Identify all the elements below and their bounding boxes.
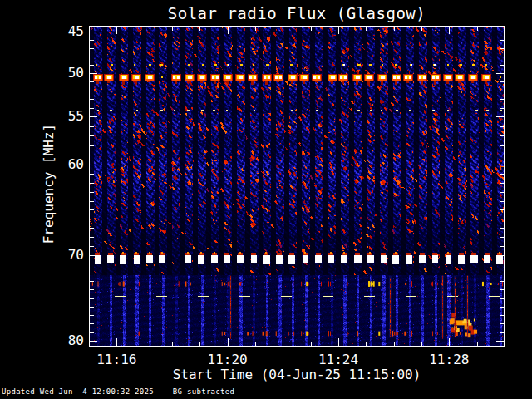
- y-tick-label: 80: [46, 333, 84, 347]
- x-tick-label: 11:24: [303, 352, 373, 367]
- spectrogram-window: Solar radio Flux (Glasgow) Frequency [MH…: [0, 0, 532, 399]
- spectrogram-plot: [89, 26, 505, 347]
- x-tick-label: 11:20: [193, 352, 263, 367]
- y-tick-label: 70: [46, 248, 84, 262]
- chart-title: Solar radio Flux (Glasgow): [89, 4, 505, 22]
- status-line: Updated Wed Jun 4 12:00:32 2025 BG subtr…: [2, 387, 234, 396]
- x-tick-label: 11:28: [414, 352, 484, 367]
- y-tick-label: 50: [46, 66, 84, 80]
- x-tick-label: 11:16: [81, 352, 151, 367]
- y-tick-label: 60: [46, 157, 84, 171]
- y-axis-title: Frequency [MHz]: [41, 124, 57, 244]
- x-axis-title: Start Time (04-Jun-25 11:15:00): [89, 367, 505, 382]
- y-tick-label: 55: [46, 109, 84, 123]
- y-tick-label: 45: [46, 24, 84, 38]
